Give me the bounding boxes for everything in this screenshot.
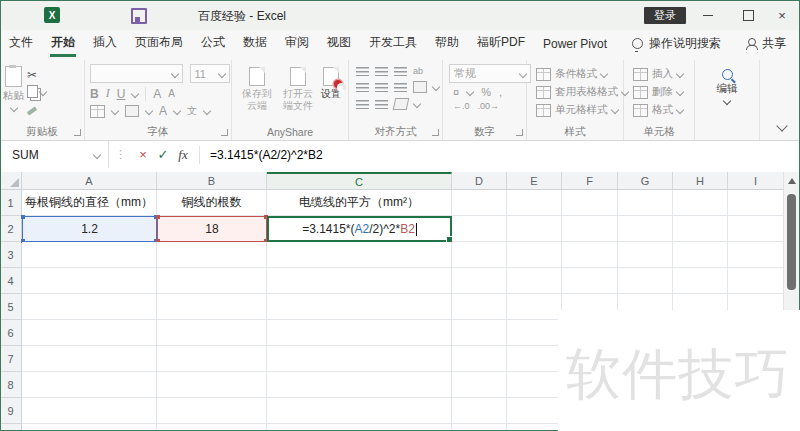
cell[interactable]: [22, 268, 157, 294]
anyshare-settings-button[interactable]: 设置: [320, 64, 342, 123]
save-icon[interactable]: [131, 8, 147, 24]
cell[interactable]: [22, 294, 157, 320]
column-header-c[interactable]: C: [267, 172, 452, 190]
range-handle[interactable]: [21, 215, 25, 219]
row-header-9[interactable]: 9: [0, 398, 22, 424]
cell[interactable]: [452, 216, 507, 242]
dialog-launcher-icon[interactable]: [221, 129, 228, 136]
row-header-8[interactable]: 8: [0, 372, 22, 398]
vertical-scrollbar[interactable]: [783, 172, 800, 312]
cell[interactable]: [673, 242, 728, 268]
underline-button[interactable]: U: [117, 87, 126, 101]
cell[interactable]: [267, 398, 452, 424]
column-header-d[interactable]: D: [452, 172, 507, 190]
column-header-g[interactable]: G: [618, 172, 673, 190]
scrollbar-thumb[interactable]: [787, 194, 796, 290]
insert-function-button[interactable]: fx: [173, 147, 193, 163]
column-header-e[interactable]: E: [507, 172, 562, 190]
orientation-button[interactable]: [393, 98, 410, 110]
row-header-1[interactable]: 1: [0, 190, 22, 216]
cell[interactable]: [157, 242, 267, 268]
save-to-cloud-button[interactable]: 保存到云端: [238, 64, 276, 123]
cell[interactable]: [157, 372, 267, 398]
cell[interactable]: [22, 320, 157, 346]
column-header-a[interactable]: A: [22, 172, 157, 190]
cell[interactable]: [507, 294, 562, 320]
cell[interactable]: [507, 320, 562, 346]
row-header-2[interactable]: 2: [0, 216, 22, 242]
cell[interactable]: [157, 320, 267, 346]
row-header-4[interactable]: 4: [0, 268, 22, 294]
cell[interactable]: [267, 424, 452, 431]
share-button[interactable]: 共享: [745, 35, 800, 60]
align-bottom-button[interactable]: [394, 67, 407, 76]
grow-font-button[interactable]: A: [153, 87, 161, 101]
tab-foxit-pdf[interactable]: 福昕PDF: [468, 34, 534, 60]
tab-review[interactable]: 审阅: [276, 34, 318, 60]
format-cells-button[interactable]: 格式: [633, 103, 683, 117]
cell[interactable]: [452, 424, 507, 431]
percent-style-button[interactable]: %: [481, 86, 491, 98]
cell[interactable]: [452, 294, 507, 320]
align-center-button[interactable]: [375, 83, 388, 92]
column-header-h[interactable]: H: [673, 172, 728, 190]
cell[interactable]: [157, 424, 267, 431]
tell-me-search[interactable]: 操作说明搜索: [616, 35, 729, 60]
name-box[interactable]: SUM: [0, 141, 109, 168]
align-left-button[interactable]: [356, 83, 369, 92]
row-header-10[interactable]: [0, 424, 22, 431]
cell[interactable]: [157, 294, 267, 320]
login-button[interactable]: 登录: [644, 7, 686, 24]
cell[interactable]: [452, 398, 507, 424]
scroll-up-icon[interactable]: [788, 178, 796, 184]
comma-style-button[interactable]: ,: [499, 86, 502, 98]
cell[interactable]: [452, 372, 507, 398]
phonetic-button[interactable]: 文: [187, 104, 197, 118]
tab-data[interactable]: 数据: [234, 34, 276, 60]
cell[interactable]: [728, 268, 784, 294]
cell[interactable]: [507, 216, 562, 242]
cell-a2[interactable]: 1.2: [22, 216, 157, 242]
formula-bar-drag-dots[interactable]: ⋮: [109, 148, 133, 161]
cell[interactable]: [157, 398, 267, 424]
tab-power-pivot[interactable]: Power Pivot: [534, 37, 616, 60]
cell[interactable]: [267, 346, 452, 372]
delete-cells-button[interactable]: 删除: [633, 85, 683, 99]
row-header-6[interactable]: 6: [0, 320, 22, 346]
collapse-ribbon-icon[interactable]: [776, 120, 787, 131]
cell[interactable]: [452, 320, 507, 346]
tab-file[interactable]: 文件: [0, 34, 42, 60]
increase-decimal-button[interactable]: ←.0: [453, 101, 470, 111]
wrap-text-button[interactable]: ab: [413, 66, 423, 76]
insert-cells-button[interactable]: 插入: [633, 67, 683, 81]
cell[interactable]: [728, 242, 784, 268]
cell[interactable]: [267, 268, 452, 294]
formula-input[interactable]: =3.1415*(A2/2)^2*B2: [206, 148, 323, 162]
cell[interactable]: [562, 190, 618, 216]
accounting-format-button[interactable]: ¤: [453, 86, 459, 98]
select-all-button[interactable]: [0, 172, 22, 190]
range-handle[interactable]: [156, 215, 160, 219]
tab-home[interactable]: 开始: [42, 34, 84, 60]
tab-developer[interactable]: 开发工具: [360, 34, 426, 60]
column-header-f[interactable]: F: [562, 172, 618, 190]
cell[interactable]: [22, 398, 157, 424]
tab-page-layout[interactable]: 页面布局: [126, 34, 192, 60]
cell[interactable]: [618, 268, 673, 294]
font-color-button[interactable]: A: [159, 104, 167, 118]
cell[interactable]: [507, 190, 562, 216]
cell[interactable]: [728, 190, 784, 216]
cell[interactable]: [618, 190, 673, 216]
shrink-font-button[interactable]: A: [168, 88, 175, 99]
cell-a1[interactable]: 每根铜线的直径（mm）: [22, 190, 157, 216]
cell[interactable]: [673, 216, 728, 242]
cell[interactable]: [673, 268, 728, 294]
cell[interactable]: [267, 320, 452, 346]
editing-button[interactable]: 编辑: [717, 64, 738, 123]
font-name-select[interactable]: [90, 64, 183, 83]
align-middle-button[interactable]: [375, 67, 388, 76]
cell[interactable]: [22, 424, 157, 431]
cell[interactable]: [452, 346, 507, 372]
cell-styles-button[interactable]: 单元格样式: [536, 103, 628, 117]
decrease-indent-button[interactable]: [356, 100, 369, 109]
